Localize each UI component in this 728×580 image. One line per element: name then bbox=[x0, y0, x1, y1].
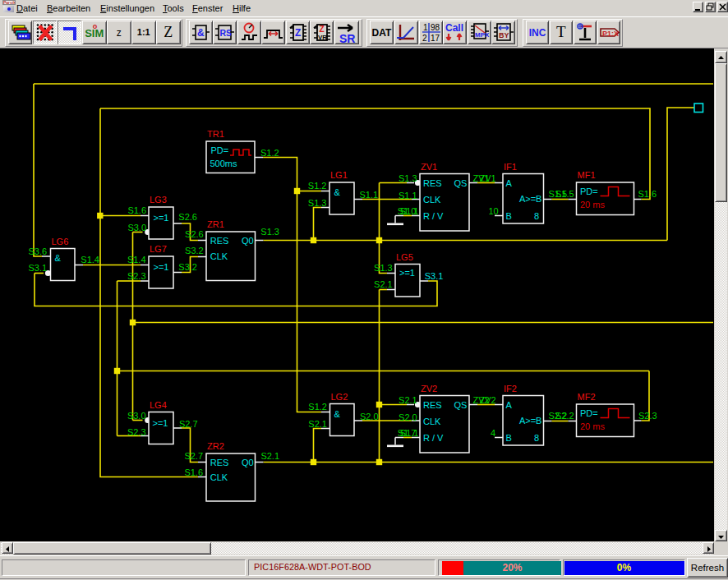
svg-text:CLK: CLK bbox=[210, 251, 228, 261]
svg-text:20 ms: 20 ms bbox=[580, 421, 605, 431]
svg-text:R / V: R / V bbox=[423, 211, 444, 221]
svg-text:B: B bbox=[506, 433, 512, 443]
svg-text:500ms: 500ms bbox=[210, 159, 238, 168]
svg-text:RES: RES bbox=[210, 458, 229, 467]
svg-text:10: 10 bbox=[489, 206, 499, 216]
svg-text:8: 8 bbox=[534, 433, 539, 443]
svg-text:S1.1: S1.1 bbox=[400, 206, 419, 216]
svg-text:LG4: LG4 bbox=[150, 400, 167, 410]
svg-text:S1.3: S1.3 bbox=[260, 227, 279, 237]
svg-text:S2.6: S2.6 bbox=[185, 229, 204, 239]
svg-text:IF1: IF1 bbox=[504, 162, 517, 172]
svg-text:S3.1: S3.1 bbox=[29, 263, 48, 273]
svg-text:S3.2: S3.2 bbox=[178, 262, 197, 272]
svg-text:8: 8 bbox=[534, 211, 539, 221]
svg-text:&: & bbox=[55, 253, 62, 263]
svg-text:LG1: LG1 bbox=[330, 170, 348, 180]
svg-text:MF1: MF1 bbox=[578, 170, 596, 180]
svg-text:QS: QS bbox=[454, 400, 468, 410]
svg-text:Call: Call bbox=[445, 22, 463, 34]
svg-text:CLK: CLK bbox=[423, 417, 441, 426]
svg-text:ZR2: ZR2 bbox=[207, 441, 224, 451]
svg-text:4: 4 bbox=[491, 428, 495, 438]
svg-text:BY: BY bbox=[499, 31, 509, 39]
svg-text:RES: RES bbox=[423, 400, 442, 410]
svg-text:TR1: TR1 bbox=[207, 129, 224, 139]
svg-text:MF2: MF2 bbox=[578, 392, 596, 402]
svg-text:>=1: >=1 bbox=[154, 213, 169, 223]
svg-text:S2.3: S2.3 bbox=[638, 411, 657, 421]
svg-text:S2.0: S2.0 bbox=[360, 412, 379, 421]
svg-text:Z: Z bbox=[320, 25, 325, 34]
svg-text:S2.3: S2.3 bbox=[127, 427, 146, 437]
svg-text:LG3: LG3 bbox=[150, 195, 167, 205]
svg-text:A>=B: A>=B bbox=[519, 416, 542, 426]
svg-text:ZR1: ZR1 bbox=[207, 219, 224, 229]
svg-text:A: A bbox=[506, 400, 513, 410]
svg-text:S3.0: S3.0 bbox=[127, 411, 146, 421]
svg-text:S2.7: S2.7 bbox=[179, 419, 198, 429]
svg-text:MPX: MPX bbox=[475, 31, 490, 39]
svg-text:S1.3: S1.3 bbox=[308, 198, 327, 208]
svg-text:S1.1: S1.1 bbox=[399, 191, 417, 200]
svg-text:S1.2: S1.2 bbox=[308, 181, 327, 191]
svg-text:S1.4: S1.4 bbox=[127, 255, 146, 265]
svg-text:CLK: CLK bbox=[210, 472, 228, 482]
svg-text:S2.6: S2.6 bbox=[178, 212, 197, 222]
svg-text:S3.2: S3.2 bbox=[185, 246, 204, 255]
svg-text:B: B bbox=[506, 211, 512, 221]
svg-text:S2.1: S2.1 bbox=[399, 395, 417, 405]
svg-text:IF2: IF2 bbox=[504, 384, 517, 394]
svg-text:S3.1: S3.1 bbox=[425, 271, 444, 281]
svg-text:P1:X: P1:X bbox=[602, 29, 619, 37]
svg-text:Q0: Q0 bbox=[242, 458, 254, 467]
svg-text:98: 98 bbox=[431, 23, 440, 32]
svg-text:&: & bbox=[197, 27, 205, 39]
svg-text:ZV2: ZV2 bbox=[421, 384, 437, 394]
svg-text:S2.1: S2.1 bbox=[260, 451, 279, 461]
svg-text:RS: RS bbox=[220, 27, 233, 37]
svg-text:S1.6: S1.6 bbox=[638, 189, 657, 199]
svg-text:S3.6: S3.6 bbox=[29, 246, 48, 256]
svg-text:S2.0: S2.0 bbox=[399, 412, 417, 422]
svg-text:Q0: Q0 bbox=[242, 236, 254, 246]
svg-text:17: 17 bbox=[431, 34, 440, 43]
svg-text:ZV1: ZV1 bbox=[421, 162, 437, 172]
svg-text:RES: RES bbox=[423, 178, 442, 188]
svg-text:CLK: CLK bbox=[423, 195, 441, 205]
svg-text:&: & bbox=[334, 187, 341, 197]
svg-text:LG2: LG2 bbox=[331, 392, 348, 402]
svg-text:S3.0: S3.0 bbox=[127, 223, 146, 232]
svg-text:>=1: >=1 bbox=[153, 418, 168, 428]
svg-text:VR: VR bbox=[318, 34, 327, 41]
svg-text:S2.7: S2.7 bbox=[184, 451, 203, 461]
svg-text:S1.6: S1.6 bbox=[127, 205, 146, 215]
svg-text:S1.1: S1.1 bbox=[360, 190, 379, 200]
svg-text:LG7: LG7 bbox=[150, 244, 167, 254]
svg-text:S2.1: S2.1 bbox=[374, 279, 393, 289]
svg-text:S1.4: S1.4 bbox=[81, 255, 99, 265]
svg-text:LG5: LG5 bbox=[396, 252, 413, 262]
svg-text:S2.2: S2.2 bbox=[555, 411, 574, 421]
svg-text:Z: Z bbox=[295, 27, 301, 39]
svg-text:&: & bbox=[334, 409, 341, 419]
svg-text:S1.3: S1.3 bbox=[399, 173, 417, 183]
svg-text:SR: SR bbox=[339, 32, 355, 44]
svg-text:QS: QS bbox=[454, 178, 468, 188]
svg-text:>=1: >=1 bbox=[399, 268, 415, 278]
svg-text:>=1: >=1 bbox=[154, 262, 169, 272]
svg-text:R / V: R / V bbox=[423, 433, 444, 443]
svg-text:ZV1: ZV1 bbox=[480, 173, 496, 183]
svg-text:1: 1 bbox=[423, 23, 428, 32]
svg-text:PD=: PD= bbox=[580, 408, 598, 418]
svg-text:S2.3: S2.3 bbox=[127, 271, 146, 281]
svg-text:S1.1: S1.1 bbox=[400, 428, 419, 438]
svg-text:ZV2: ZV2 bbox=[480, 395, 496, 405]
svg-text:PD=: PD= bbox=[211, 145, 229, 155]
svg-text:20 ms: 20 ms bbox=[580, 200, 605, 209]
svg-text:2: 2 bbox=[422, 34, 427, 43]
svg-text:S1.6: S1.6 bbox=[184, 467, 203, 477]
svg-text:S1.5: S1.5 bbox=[555, 189, 574, 199]
svg-text:RES: RES bbox=[210, 236, 229, 246]
svg-text:S2.1: S2.1 bbox=[308, 419, 327, 429]
